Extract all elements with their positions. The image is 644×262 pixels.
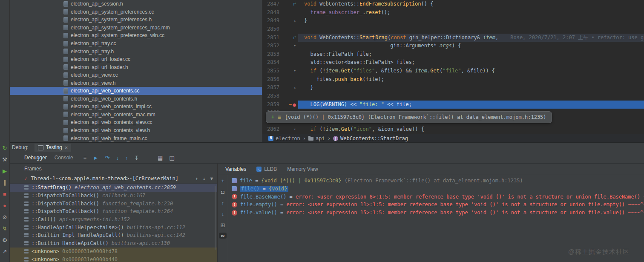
thread-selector[interactable]: ✓ Thread-1-<com.apple.main-thread>-[CrBr… — [10, 174, 217, 184]
fold-icon[interactable]: ▴ — [294, 17, 296, 25]
gutter[interactable]: 2854 — [262, 58, 298, 67]
stop-icon[interactable]: ■ — [1, 190, 9, 198]
frame-row[interactable]: ::DispatchToCallback()callback.h:167 — [10, 192, 217, 200]
code-line[interactable]: 2847↱void WebContents::EndFrameSubscript… — [262, 0, 644, 9]
tree-item[interactable]: electron_api_session.h — [10, 0, 262, 8]
gutter[interactable]: 2853 — [262, 50, 298, 59]
pause-icon[interactable]: ∥ — [1, 179, 9, 186]
breakpoint-icon[interactable]: ● — [293, 101, 296, 109]
frame-row[interactable]: ::DispatchToCallback()function_template.… — [10, 207, 217, 216]
code-line[interactable]: 2851↱void WebContents::StartDrag(const g… — [262, 34, 644, 42]
filter-icon[interactable]: ▼ — [210, 176, 213, 181]
tab-memory-view[interactable]: Memory View — [287, 166, 318, 172]
endless-evaluate-icon[interactable]: ∞ — [219, 233, 227, 239]
code-line[interactable]: 2850 — [262, 25, 644, 34]
tree-item[interactable]: electron_api_web_contents_view.h — [10, 127, 262, 135]
code-line[interactable]: 2858 — [262, 92, 644, 101]
show-execution-point-icon[interactable]: ► — [93, 155, 98, 161]
frame-row[interactable]: ::HandleApiCallHelper<false>()builtins-a… — [10, 223, 217, 231]
tab-debugger[interactable]: Debugger — [24, 155, 47, 161]
add-to-watches-icon[interactable]: + — [271, 114, 274, 120]
frame-row[interactable]: <unknown>0x0000031e0008fd78 — [10, 248, 217, 256]
frame-up-icon[interactable]: ↑ — [195, 176, 198, 181]
pin-icon[interactable]: ↗ — [1, 248, 9, 255]
gutter[interactable]: 2850 — [262, 25, 298, 34]
gutter[interactable]: 2852▾ — [262, 42, 298, 50]
frame-down-icon[interactable]: ↓ — [203, 176, 206, 181]
override-icon[interactable]: ↱ — [293, 34, 296, 42]
gutter[interactable]: 2859→● — [262, 101, 298, 109]
variable-row[interactable]: file() = {void} — [228, 185, 644, 193]
tree-item[interactable]: electron_api_url_loader.h — [10, 63, 262, 71]
tree-item[interactable]: electron_api_web_contents_impl.cc — [10, 103, 262, 111]
tree-item[interactable]: electron_api_system_preferences_mac.mm — [10, 24, 262, 32]
view-options-icon[interactable]: ≡ — [83, 155, 87, 161]
tree-item[interactable]: electron_api_view.cc — [10, 71, 262, 79]
snapshot-icon[interactable]: ◘ — [219, 188, 227, 195]
variable-row[interactable]: !file.empty() = error: <user expression … — [228, 201, 644, 209]
code-line[interactable]: 2849▴} — [262, 17, 644, 25]
close-icon[interactable]: × — [65, 145, 68, 150]
code-line[interactable]: 2852▾ gin::Arguments* args) { — [262, 42, 644, 50]
tree-item[interactable]: electron_api_system_preferences.h — [10, 16, 262, 24]
tree-item[interactable]: electron_api_system_preferences.cc — [10, 8, 262, 16]
code-line[interactable]: 2862▾ if (!item.Get("icon", &icon_value)… — [262, 125, 644, 134]
breadcrumb-item[interactable]: api — [308, 135, 325, 141]
variable-row[interactable]: file = {void (*)() | 0x11597c3c0} (Elect… — [228, 177, 644, 185]
frame-row[interactable]: ::Call()api-arguments-inl.h:152 — [10, 216, 217, 224]
frame-row[interactable]: ::DispatchToCallback()function_template.… — [10, 199, 217, 207]
tab-console[interactable]: Console — [55, 155, 73, 161]
tree-item[interactable]: electron_api_web_contents_view.cc — [10, 118, 262, 127]
tab-variables[interactable]: Variables — [225, 166, 246, 172]
breadcrumb-item[interactable]: Nelectron — [268, 135, 300, 141]
fold-icon[interactable]: ▾ — [294, 42, 296, 50]
gutter[interactable]: 2847↱ — [262, 0, 298, 9]
code-line[interactable]: 2854 std::vector<base::FilePath> files; — [262, 58, 644, 67]
tree-item[interactable]: electron_api_view.h — [10, 79, 262, 87]
step-out-icon[interactable]: ↑ — [125, 155, 128, 161]
breadcrumb-item[interactable]: ƒWebContents::StartDrag — [333, 135, 408, 141]
build-icon[interactable]: ⚒ — [1, 155, 9, 163]
expand-value-icon[interactable]: ≡ — [278, 114, 281, 120]
move-watch-down-icon[interactable]: ↓ — [219, 210, 227, 217]
force-step-icon[interactable]: ↯ — [1, 225, 9, 232]
fold-icon[interactable]: ▴ — [294, 83, 296, 92]
step-over-icon[interactable]: ↷ — [105, 155, 109, 161]
tree-item[interactable]: electron_api_web_contents_mac.mm — [10, 111, 262, 119]
fold-icon[interactable]: ▾ — [294, 67, 296, 75]
rerun-icon[interactable]: ↻ — [1, 144, 9, 152]
gutter[interactable]: 2849▴ — [262, 17, 298, 25]
variable-row[interactable]: !file.BaseName() = error: <user expressi… — [228, 193, 644, 201]
gutter[interactable]: 2851↱ — [262, 34, 298, 42]
tree-item[interactable]: electron_api_web_contents.cc — [10, 87, 262, 95]
view-breakpoints-icon[interactable]: ● — [1, 202, 9, 209]
frame-row[interactable]: ::StartDrag()electron_api_web_contents.c… — [10, 184, 217, 192]
run-to-cursor-icon[interactable]: ↧ — [134, 155, 139, 161]
gutter[interactable]: 2848 — [262, 9, 298, 17]
add-watch-icon[interactable]: + — [219, 177, 227, 184]
frames-scrollbar[interactable] — [215, 186, 216, 250]
resume-icon[interactable]: ▶ — [1, 167, 9, 175]
move-watch-up-icon[interactable]: ↑ — [219, 199, 227, 206]
tree-item[interactable]: electron_api_web_frame_main.cc — [10, 134, 262, 142]
gutter[interactable]: 2856 — [262, 75, 298, 84]
tree-item[interactable]: electron_api_url_loader.cc — [10, 55, 262, 63]
gutter[interactable]: 2857▴ — [262, 83, 298, 92]
tree-item[interactable]: electron_api_tray.cc — [10, 40, 262, 48]
code-line[interactable]: 2853 base::FilePath file; — [262, 50, 644, 59]
code-line[interactable]: 2855▾ if (!item.Get("files", &files) && … — [262, 67, 644, 75]
tab-testing[interactable]: Testing × — [34, 144, 72, 152]
tree-item[interactable]: electron_api_system_preferences_win.cc — [10, 32, 262, 40]
gutter[interactable]: 2858 — [262, 92, 298, 101]
gutter[interactable]: 2862▾ — [262, 125, 298, 134]
frame-row[interactable]: ::Builtin_HandleApiCall()builtins-api.cc… — [10, 239, 217, 248]
settings-icon[interactable]: ⚙ — [1, 236, 9, 244]
override-icon[interactable]: ↱ — [293, 0, 296, 9]
tree-item[interactable]: electron_api_tray.h — [10, 47, 262, 55]
fold-icon[interactable]: ▾ — [294, 125, 296, 134]
copy-value-icon[interactable]: ⊞ — [219, 222, 227, 228]
frame-row[interactable]: <unknown>0x0000031e0000b440 — [10, 255, 217, 262]
variable-row[interactable]: !file.value() = error: <user expression … — [228, 209, 644, 217]
mute-breakpoints-icon[interactable]: ⊘ — [1, 213, 9, 221]
step-into-icon[interactable]: ↓ — [116, 155, 119, 161]
